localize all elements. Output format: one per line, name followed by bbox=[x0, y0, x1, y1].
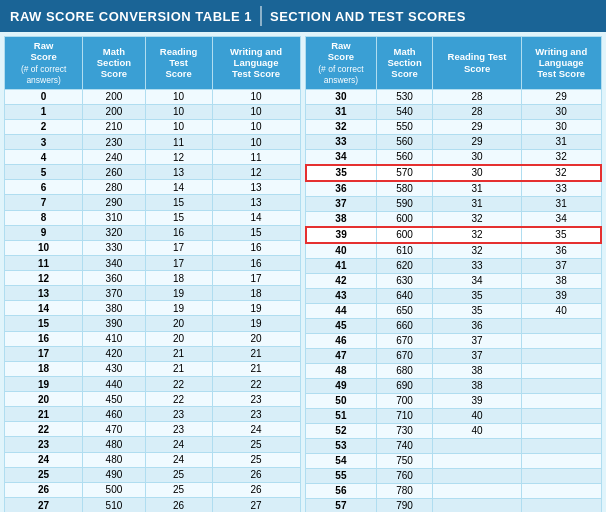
table-cell: 57 bbox=[306, 498, 377, 512]
table-cell: 430 bbox=[83, 361, 145, 376]
table-cell: 26 bbox=[5, 482, 83, 497]
table-cell: 27 bbox=[212, 497, 300, 512]
table-cell: 51 bbox=[306, 408, 377, 423]
table-row: 153902019 bbox=[5, 316, 301, 331]
table-cell: 11 bbox=[212, 150, 300, 165]
table-cell: 200 bbox=[83, 89, 145, 104]
col-math-2: MathSectionScore bbox=[376, 37, 432, 90]
table-cell: 19 bbox=[5, 376, 83, 391]
table-cell: 29 bbox=[433, 134, 522, 149]
table-cell: 32 bbox=[521, 149, 601, 165]
table-cell: 670 bbox=[376, 333, 432, 348]
table-cell: 33 bbox=[521, 181, 601, 197]
table-cell: 24 bbox=[5, 452, 83, 467]
table-row: 335602931 bbox=[306, 134, 602, 149]
table-row: 57790 bbox=[306, 498, 602, 512]
table-cell: 17 bbox=[145, 240, 212, 255]
table-cell: 12 bbox=[212, 165, 300, 180]
table-cell: 49 bbox=[306, 378, 377, 393]
table-cell: 14 bbox=[145, 180, 212, 195]
table-row: 4566036 bbox=[306, 318, 602, 333]
table-cell: 13 bbox=[212, 195, 300, 210]
table-cell: 23 bbox=[145, 422, 212, 437]
table-cell: 580 bbox=[376, 181, 432, 197]
table-cell: 23 bbox=[212, 407, 300, 422]
table-cell: 790 bbox=[376, 498, 432, 512]
table-cell: 740 bbox=[376, 438, 432, 453]
table-cell: 7 bbox=[5, 195, 83, 210]
table-cell: 17 bbox=[145, 255, 212, 270]
table-cell bbox=[521, 453, 601, 468]
table-cell: 15 bbox=[145, 210, 212, 225]
table-cell: 590 bbox=[376, 196, 432, 211]
table-cell: 240 bbox=[83, 150, 145, 165]
table-cell: 31 bbox=[433, 181, 522, 197]
table-cell: 47 bbox=[306, 348, 377, 363]
table-cell: 37 bbox=[521, 258, 601, 273]
table-cell: 25 bbox=[145, 467, 212, 482]
table-row: 52601312 bbox=[5, 165, 301, 180]
table-row: 224702324 bbox=[5, 422, 301, 437]
table-row: 315402830 bbox=[306, 104, 602, 119]
table-cell: 39 bbox=[433, 393, 522, 408]
table-cell: 18 bbox=[212, 286, 300, 301]
col-raw-score-2: RawScore(# of correctanswers) bbox=[306, 37, 377, 90]
table-cell: 38 bbox=[433, 378, 522, 393]
table-cell: 52 bbox=[306, 423, 377, 438]
table-cell: 31 bbox=[521, 196, 601, 211]
table-cell bbox=[521, 423, 601, 438]
table-row: 234802425 bbox=[5, 437, 301, 452]
table-cell: 30 bbox=[433, 149, 522, 165]
table-cell: 33 bbox=[433, 258, 522, 273]
table-cell: 16 bbox=[145, 225, 212, 240]
table-cell: 460 bbox=[83, 407, 145, 422]
table-cell: 360 bbox=[83, 271, 145, 286]
table-row: 174202121 bbox=[5, 346, 301, 361]
table-cell: 26 bbox=[212, 467, 300, 482]
table-cell: 620 bbox=[376, 258, 432, 273]
table-cell: 21 bbox=[5, 407, 83, 422]
table-row: 265002526 bbox=[5, 482, 301, 497]
table-cell: 21 bbox=[145, 361, 212, 376]
table-row: 204502223 bbox=[5, 392, 301, 407]
table-cell: 530 bbox=[376, 89, 432, 104]
table-cell: 36 bbox=[433, 318, 522, 333]
table-row: 244802425 bbox=[5, 452, 301, 467]
table-cell: 210 bbox=[83, 119, 145, 134]
table-cell: 340 bbox=[83, 255, 145, 270]
table-cell: 760 bbox=[376, 468, 432, 483]
table-cell: 560 bbox=[376, 149, 432, 165]
table-cell: 34 bbox=[433, 273, 522, 288]
table-cell bbox=[521, 378, 601, 393]
table-cell bbox=[521, 498, 601, 512]
table-cell: 21 bbox=[212, 346, 300, 361]
table-cell: 10 bbox=[212, 119, 300, 134]
header-right: SECTION AND TEST SCORES bbox=[270, 9, 466, 24]
table-row: 22101010 bbox=[5, 119, 301, 134]
table-cell: 32 bbox=[521, 165, 601, 181]
table-cell: 26 bbox=[212, 482, 300, 497]
table-cell: 53 bbox=[306, 438, 377, 453]
table-cell: 22 bbox=[212, 376, 300, 391]
table-cell: 12 bbox=[5, 271, 83, 286]
table-cell: 500 bbox=[83, 482, 145, 497]
table-cell: 13 bbox=[145, 165, 212, 180]
table-row: 345603032 bbox=[306, 149, 602, 165]
table-row: 305302829 bbox=[306, 89, 602, 104]
table-cell: 640 bbox=[376, 288, 432, 303]
table-cell: 35 bbox=[433, 288, 522, 303]
table-cell: 17 bbox=[212, 271, 300, 286]
table-cell: 25 bbox=[145, 482, 212, 497]
table-cell: 25 bbox=[5, 467, 83, 482]
table-cell: 22 bbox=[5, 422, 83, 437]
table-cell: 700 bbox=[376, 393, 432, 408]
table-cell: 41 bbox=[306, 258, 377, 273]
table-cell: 18 bbox=[145, 271, 212, 286]
table-cell: 19 bbox=[212, 301, 300, 316]
table-row: 426303438 bbox=[306, 273, 602, 288]
table-cell: 20 bbox=[145, 331, 212, 346]
table-cell: 55 bbox=[306, 468, 377, 483]
table-cell: 600 bbox=[376, 227, 432, 243]
table-cell: 22 bbox=[145, 376, 212, 391]
table-cell: 30 bbox=[521, 104, 601, 119]
